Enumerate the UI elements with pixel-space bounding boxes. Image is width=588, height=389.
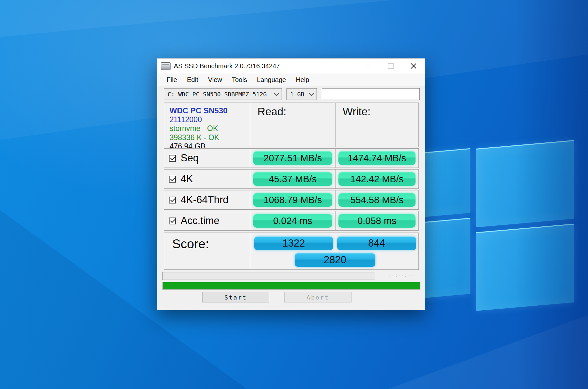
row-label: 4K-64Thrd [181,194,228,206]
app-window: AS SSD Benchmark 2.0.7316.34247 File Edi… [157,58,425,310]
4k-checkbox[interactable] [169,176,176,183]
score-values: 1322 844 2820 [250,233,418,269]
score-write: 844 [337,236,416,250]
check-icon [170,155,175,160]
check-icon [170,197,175,202]
table-row-acctime: Acc.time 0.024 ms 0.058 ms [164,211,419,231]
menu-help[interactable]: Help [291,75,314,85]
table-row-4k64: 4K-64Thrd 1068.79 MB/s 554.58 MB/s [164,190,419,210]
drive-icon [161,62,171,70]
row-label: Acc.time [181,215,220,227]
score-read: 1322 [254,236,333,250]
drive-info: WDC PC SN530 21112000 stornvme - OK 3983… [164,103,250,147]
read-column: Read: [250,103,335,147]
driver-status: stornvme - OK [170,124,250,133]
menu-tools[interactable]: Tools [227,75,252,85]
result-textbox[interactable] [322,88,420,100]
acctime-write-value: 0.058 ms [338,214,416,228]
read-column-header: Read: [250,103,335,118]
menu-bar: File Edit View Tools Language Help [157,73,425,86]
score-box: Score: 1322 844 2820 [164,233,419,270]
check-icon [170,218,175,223]
drive-firmware: 21112000 [170,115,250,124]
close-button[interactable] [402,58,425,73]
menu-edit[interactable]: Edit [182,75,203,85]
drive-info-box: WDC PC SN530 21112000 stornvme - OK 3983… [164,103,419,147]
abort-button[interactable]: Abort [284,292,351,302]
check-icon [170,176,175,181]
minimize-icon [366,66,370,66]
close-icon [411,63,416,69]
chevron-down-icon [309,91,314,96]
drive-select-value: C: WDC PC SN530 SDBPMPZ-512G [168,91,267,98]
menu-file[interactable]: File [162,75,182,85]
minimize-button[interactable] [356,58,379,73]
4k64-checkbox[interactable] [169,197,176,203]
drive-select[interactable]: C: WDC PC SN530 SDBPMPZ-512G [164,88,282,100]
window-title: AS SSD Benchmark 2.0.7316.34247 [174,62,280,70]
status-bar-green [162,282,420,290]
seq-read-value: 2077.51 MB/s [253,151,332,165]
start-button[interactable]: Start [202,292,269,302]
acctime-checkbox[interactable] [169,218,176,224]
test-size-value: 1 GB [290,91,304,98]
score-label: Score: [164,233,250,251]
write-column-header: Write: [335,103,418,118]
row-label: Seq [181,152,199,164]
acctime-read-value: 0.024 ms [253,214,332,228]
progress-bar [162,272,375,280]
score-total: 2820 [295,253,375,267]
window-controls [356,58,425,73]
4k64-write-value: 554.58 MB/s [338,193,416,207]
alignment-status: 398336 K - OK [170,133,250,142]
4k-read-value: 45.37 MB/s [253,172,332,186]
4k64-read-value: 1068.79 MB/s [253,193,332,207]
seq-checkbox[interactable] [169,155,176,162]
row-label: 4K [181,173,193,185]
4k-write-value: 142.42 MB/s [338,172,416,186]
maximize-button[interactable] [379,58,402,73]
drive-model: WDC PC SN530 [170,106,250,115]
table-row-seq: Seq 2077.51 MB/s 1474.74 MB/s [164,148,419,168]
menu-view[interactable]: View [203,75,227,85]
test-size-select[interactable]: 1 GB [286,88,317,100]
wallpaper-dark-edge [516,0,588,389]
elapsed-time: --:--:-- [382,273,420,279]
write-column: Write: [335,103,418,147]
maximize-icon [388,63,394,69]
menu-language[interactable]: Language [252,75,291,85]
table-row-4k: 4K 45.37 MB/s 142.42 MB/s [164,169,419,189]
seq-write-value: 1474.74 MB/s [338,151,416,165]
chevron-down-icon [274,91,279,96]
title-bar: AS SSD Benchmark 2.0.7316.34247 [157,58,425,73]
